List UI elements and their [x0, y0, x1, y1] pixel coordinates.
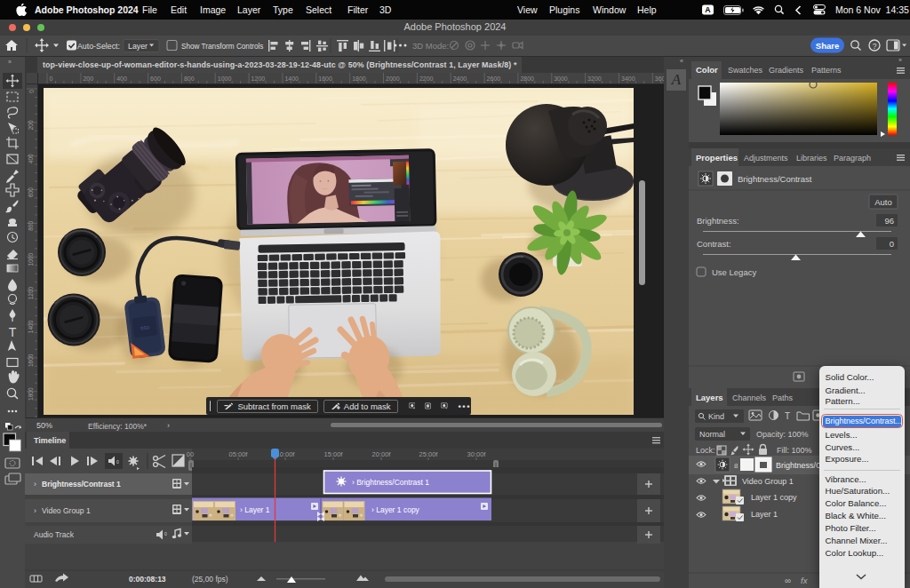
- svg-text:30:00f: 30:00f: [467, 450, 487, 458]
- svg-text:Video Group 1: Video Group 1: [42, 506, 91, 515]
- svg-text:Auto-Select:: Auto-Select:: [77, 42, 120, 51]
- svg-text:Layer 1: Layer 1: [751, 510, 778, 519]
- svg-text:Layer 1 copy: Layer 1 copy: [751, 493, 797, 502]
- svg-text:Brightness:: Brightness:: [697, 216, 739, 226]
- svg-text:Libraries: Libraries: [796, 154, 827, 163]
- svg-text:Normal: Normal: [699, 430, 725, 439]
- svg-text:0: 0: [28, 90, 35, 93]
- svg-text:Audio Track: Audio Track: [34, 530, 75, 539]
- svg-text:Properties: Properties: [696, 153, 738, 163]
- svg-text:200: 200: [83, 75, 93, 82]
- svg-text:Brightness/Contrast 1: Brightness/Contrast 1: [42, 480, 121, 489]
- svg-text:3D Mode:: 3D Mode:: [412, 41, 449, 51]
- svg-text:Share: Share: [816, 41, 839, 51]
- svg-text:Kind: Kind: [708, 412, 724, 421]
- svg-text:1600: 1600: [28, 354, 35, 367]
- svg-text:Brightness/Contrast: Brightness/Contrast: [738, 174, 812, 184]
- svg-text:1200: 1200: [251, 75, 266, 82]
- svg-text:› Brightness/Contrast 1: › Brightness/Contrast 1: [352, 478, 429, 487]
- svg-text:(25,00 fps): (25,00 fps): [192, 575, 228, 584]
- svg-text:400: 400: [116, 75, 127, 82]
- svg-text:1000: 1000: [28, 253, 35, 266]
- svg-text:›: ›: [34, 480, 36, 489]
- svg-text:1000: 1000: [218, 75, 232, 82]
- svg-text:»: »: [8, 59, 12, 65]
- svg-text:3600: 3600: [655, 75, 664, 82]
- svg-text:Contrast:: Contrast:: [697, 239, 731, 249]
- svg-text:1800: 1800: [28, 387, 35, 401]
- svg-text:› Layer 1 copy: › Layer 1 copy: [371, 505, 420, 514]
- svg-text:Lock:: Lock:: [696, 446, 715, 455]
- svg-text:Paths: Paths: [772, 393, 794, 402]
- svg-text:0:00:08:13: 0:00:08:13: [129, 575, 166, 584]
- svg-text:0: 0: [890, 239, 894, 249]
- svg-text:fx: fx: [801, 576, 809, 585]
- svg-text:25:00f: 25:00f: [419, 450, 439, 458]
- svg-text:Use Legacy: Use Legacy: [712, 267, 756, 277]
- svg-text:T: T: [9, 325, 17, 339]
- svg-text:1600: 1600: [318, 75, 332, 82]
- svg-text:Fill: 100%: Fill: 100%: [777, 446, 812, 455]
- svg-text:Video Group 1: Video Group 1: [742, 477, 794, 486]
- svg-text:Layers: Layers: [696, 393, 723, 402]
- svg-text:8: 8: [734, 462, 738, 470]
- svg-text:Adjustments: Adjustments: [744, 154, 788, 163]
- svg-text:2800: 2800: [520, 75, 534, 82]
- svg-text:1800: 1800: [352, 75, 366, 82]
- svg-text:2000: 2000: [386, 75, 400, 82]
- svg-text:2200: 2200: [419, 75, 434, 82]
- svg-text:600: 600: [150, 75, 161, 82]
- svg-text:00: 00: [187, 450, 194, 458]
- svg-text:Channels: Channels: [732, 393, 767, 402]
- svg-text:›: ›: [34, 506, 36, 515]
- svg-text:20:00f: 20:00f: [372, 450, 392, 458]
- svg-text:A: A: [705, 5, 711, 14]
- svg-text:Show Transform Controls: Show Transform Controls: [181, 43, 263, 51]
- svg-text:Swatches: Swatches: [728, 66, 763, 75]
- svg-text:?: ?: [873, 42, 877, 51]
- svg-text:3200: 3200: [587, 75, 602, 82]
- svg-text:› Layer 1: › Layer 1: [240, 505, 270, 514]
- svg-text:96: 96: [884, 216, 894, 226]
- svg-text:T: T: [785, 411, 790, 421]
- svg-text:∞: ∞: [785, 576, 791, 585]
- svg-text:600: 600: [28, 187, 35, 197]
- svg-text:0: 0: [116, 459, 119, 465]
- svg-text:800: 800: [28, 221, 35, 231]
- svg-text:2600: 2600: [487, 75, 501, 82]
- svg-text:Color: Color: [696, 65, 718, 75]
- svg-text:Paragraph: Paragraph: [834, 154, 871, 163]
- svg-text:1200: 1200: [28, 286, 35, 299]
- svg-text:400: 400: [28, 154, 35, 163]
- svg-text:Layer: Layer: [128, 42, 148, 51]
- svg-text:800: 800: [184, 75, 195, 82]
- svg-text:0: 0: [164, 531, 167, 536]
- svg-text:Patterns: Patterns: [811, 66, 842, 75]
- svg-text:05:00f: 05:00f: [229, 450, 249, 458]
- svg-text:3400: 3400: [621, 75, 635, 82]
- svg-text:3000: 3000: [554, 75, 568, 82]
- svg-text:1400: 1400: [284, 75, 299, 82]
- svg-text:15:00f: 15:00f: [324, 450, 344, 458]
- svg-text:Opacity: 100%: Opacity: 100%: [756, 430, 809, 439]
- svg-text:2400: 2400: [453, 75, 467, 82]
- svg-text:1400: 1400: [28, 320, 35, 333]
- svg-text:0: 0: [50, 75, 53, 82]
- svg-text:Gradients: Gradients: [769, 66, 804, 75]
- svg-text:Auto: Auto: [874, 197, 892, 207]
- svg-text:Timeline: Timeline: [34, 436, 66, 445]
- svg-text:200: 200: [28, 120, 35, 130]
